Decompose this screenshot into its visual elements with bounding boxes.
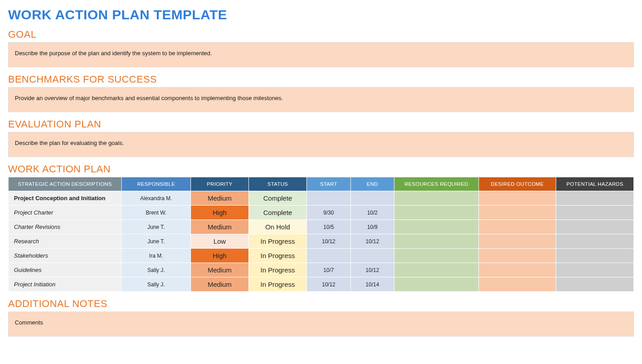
cell-start bbox=[307, 249, 350, 263]
evaluation-heading: EVALUATION PLAN bbox=[8, 118, 634, 130]
cell-start: 10/7 bbox=[307, 263, 350, 277]
header-prio: PRIORITY bbox=[191, 177, 248, 191]
cell-end: 10/14 bbox=[351, 277, 394, 291]
cell-desc: Charter Revisions bbox=[9, 220, 121, 234]
notes-text: Comments bbox=[8, 311, 634, 337]
cell-start: 10/12 bbox=[307, 277, 350, 291]
cell-resp: Alexandra M. bbox=[122, 191, 190, 205]
cell-prio: Medium bbox=[191, 263, 248, 277]
cell-stat: In Progress bbox=[249, 277, 306, 291]
cell-stat: Complete bbox=[249, 206, 306, 219]
cell-end: 10/9 bbox=[351, 220, 394, 234]
workplan-heading: WORK ACTION PLAN bbox=[8, 163, 634, 175]
cell-out bbox=[479, 191, 556, 205]
cell-prio: High bbox=[191, 249, 248, 263]
table-row: Charter RevisionsJune T.MediumOn Hold10/… bbox=[9, 220, 633, 234]
header-desc: STRATEGIC ACTION DESCRIPTIONS bbox=[9, 177, 121, 191]
cell-prio: Low bbox=[191, 234, 248, 248]
header-resp: RESPONSIBLE bbox=[122, 177, 190, 191]
cell-desc: Guidelines bbox=[9, 263, 121, 277]
cell-desc: Project Initiation bbox=[9, 277, 121, 291]
cell-out bbox=[479, 234, 556, 248]
cell-haz bbox=[556, 206, 633, 219]
cell-haz bbox=[556, 191, 633, 205]
cell-start: 10/12 bbox=[307, 234, 350, 248]
cell-out bbox=[479, 206, 556, 219]
cell-stat: Complete bbox=[249, 191, 306, 205]
table-row: Project CharterBrent W.HighComplete9/301… bbox=[9, 206, 633, 219]
cell-res bbox=[394, 277, 478, 291]
cell-resp: Sally J. bbox=[122, 277, 190, 291]
cell-resp: Ira M. bbox=[122, 249, 190, 263]
cell-res bbox=[394, 234, 478, 248]
header-res: RESOURCES REQUIRED bbox=[394, 177, 478, 191]
header-haz: POTENTIAL HAZARDS bbox=[556, 177, 633, 191]
header-stat: STATUS bbox=[249, 177, 306, 191]
cell-prio: Medium bbox=[191, 277, 248, 291]
cell-desc: Stakeholders bbox=[9, 249, 121, 263]
header-out: DESIRED OUTCOME bbox=[479, 177, 556, 191]
cell-out bbox=[479, 220, 556, 234]
cell-out bbox=[479, 277, 556, 291]
cell-desc: Project Charter bbox=[9, 206, 121, 219]
cell-end bbox=[351, 249, 394, 263]
workplan-table: STRATEGIC ACTION DESCRIPTIONS RESPONSIBL… bbox=[8, 177, 634, 292]
header-end: END bbox=[351, 177, 394, 191]
cell-desc: Research bbox=[9, 234, 121, 248]
table-header-row: STRATEGIC ACTION DESCRIPTIONS RESPONSIBL… bbox=[9, 177, 633, 191]
cell-start bbox=[307, 191, 350, 205]
table-row: Project Conception and InitiationAlexand… bbox=[9, 191, 633, 205]
table-row: Project InitiationSally J.MediumIn Progr… bbox=[9, 277, 633, 291]
evaluation-text: Describe the plan for evaluating the goa… bbox=[8, 132, 634, 157]
cell-stat: In Progress bbox=[249, 234, 306, 248]
goal-heading: GOAL bbox=[8, 29, 634, 40]
table-row: StakeholdersIra M.HighIn Progress bbox=[9, 249, 633, 263]
cell-stat: On Hold bbox=[249, 220, 306, 234]
benchmarks-text: Provide an overview of major benchmarks … bbox=[8, 87, 634, 112]
cell-desc: Project Conception and Initiation bbox=[9, 191, 121, 205]
cell-start: 9/30 bbox=[307, 206, 350, 219]
goal-text: Describe the purpose of the plan and ide… bbox=[8, 42, 634, 67]
cell-resp: Brent W. bbox=[122, 206, 190, 219]
cell-res bbox=[394, 263, 478, 277]
cell-prio: Medium bbox=[191, 191, 248, 205]
cell-out bbox=[479, 263, 556, 277]
notes-heading: ADDITIONAL NOTES bbox=[8, 298, 634, 310]
cell-stat: In Progress bbox=[249, 263, 306, 277]
benchmarks-heading: BENCHMARKS FOR SUCCESS bbox=[8, 74, 634, 85]
cell-end: 10/2 bbox=[351, 206, 394, 219]
cell-haz bbox=[556, 277, 633, 291]
cell-start: 10/5 bbox=[307, 220, 350, 234]
header-start: START bbox=[307, 177, 350, 191]
page-title: WORK ACTION PLAN TEMPLATE bbox=[8, 7, 634, 22]
cell-haz bbox=[556, 220, 633, 234]
cell-end: 10/12 bbox=[351, 263, 394, 277]
cell-prio: Medium bbox=[191, 220, 248, 234]
cell-res bbox=[394, 220, 478, 234]
cell-end bbox=[351, 191, 394, 205]
cell-res bbox=[394, 191, 478, 205]
table-row: ResearchJune T.LowIn Progress10/1210/12 bbox=[9, 234, 633, 248]
cell-resp: Sally J. bbox=[122, 263, 190, 277]
cell-haz bbox=[556, 249, 633, 263]
cell-res bbox=[394, 206, 478, 219]
cell-haz bbox=[556, 234, 633, 248]
cell-stat: In Progress bbox=[249, 249, 306, 263]
cell-haz bbox=[556, 263, 633, 277]
cell-resp: June T. bbox=[122, 234, 190, 248]
cell-prio: High bbox=[191, 206, 248, 219]
cell-end: 10/12 bbox=[351, 234, 394, 248]
cell-resp: June T. bbox=[122, 220, 190, 234]
cell-res bbox=[394, 249, 478, 263]
table-row: GuidelinesSally J.MediumIn Progress10/71… bbox=[9, 263, 633, 277]
cell-out bbox=[479, 249, 556, 263]
